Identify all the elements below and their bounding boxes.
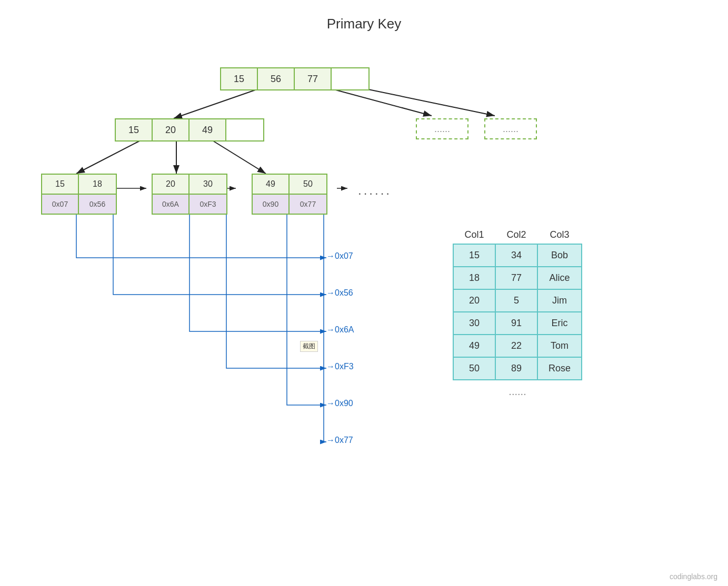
root-node: 15 56 77 xyxy=(220,67,370,90)
root-cell-3: 77 xyxy=(295,68,332,89)
leaf3-key-1: 49 xyxy=(253,175,290,194)
table-footer: ...... xyxy=(453,380,582,403)
addr-0xF3: →0xF3 xyxy=(326,362,354,371)
watermark: codinglabs.org xyxy=(670,572,717,581)
leaf2-key-1: 20 xyxy=(153,175,190,194)
table-footer-row: ...... xyxy=(453,380,582,403)
r6c1: 50 xyxy=(453,357,495,380)
data-table: Col1 Col2 Col3 15 34 Bob 18 77 Alice 20 … xyxy=(453,226,582,403)
leaf1-key-2: 18 xyxy=(79,175,116,194)
leaf-node-3: 49 50 0x90 0x77 xyxy=(252,174,327,215)
r2c1: 18 xyxy=(453,267,495,289)
r1c2: 34 xyxy=(495,244,537,267)
leaf3-addr-2: 0x77 xyxy=(290,195,326,214)
r6c2: 89 xyxy=(495,357,537,380)
r1c3: Bob xyxy=(537,244,582,267)
r3c2: 5 xyxy=(495,289,537,312)
leaf2-addr-2: 0xF3 xyxy=(190,195,226,214)
addr-0x90: →0x90 xyxy=(326,399,353,408)
level2-node: 15 20 49 xyxy=(115,118,264,142)
r5c3: Tom xyxy=(537,335,582,357)
table-row: 18 77 Alice xyxy=(453,267,582,289)
root-cell-1: 15 xyxy=(221,68,258,89)
r3c1: 20 xyxy=(453,289,495,312)
r2c3: Alice xyxy=(537,267,582,289)
r3c3: Jim xyxy=(537,289,582,312)
r1c1: 15 xyxy=(453,244,495,267)
r4c2: 91 xyxy=(495,312,537,335)
dashed-node-2: ...... xyxy=(484,118,537,139)
svg-line-1 xyxy=(334,89,432,116)
col3-header: Col3 xyxy=(537,226,582,244)
table-row: 20 5 Jim xyxy=(453,289,582,312)
table-row: 15 34 Bob xyxy=(453,244,582,267)
col2-header: Col2 xyxy=(495,226,537,244)
l2-cell-2: 20 xyxy=(153,119,190,140)
root-cell-2: 56 xyxy=(258,68,295,89)
r4c3: Eric xyxy=(537,312,582,335)
leaf-node-2: 20 30 0x6A 0xF3 xyxy=(152,174,227,215)
addr-0x56: →0x56 xyxy=(326,288,353,298)
l2-cell-3: 49 xyxy=(190,119,226,140)
table-row: 30 91 Eric xyxy=(453,312,582,335)
leaf1-addr-2: 0x56 xyxy=(79,195,116,214)
dots-middle: ...... xyxy=(358,183,392,198)
col1-header: Col1 xyxy=(453,226,495,244)
addr-0x77: →0x77 xyxy=(326,436,353,445)
leaf1-key-1: 15 xyxy=(42,175,79,194)
leaf2-key-2: 30 xyxy=(190,175,226,194)
r2c2: 77 xyxy=(495,267,537,289)
r4c1: 30 xyxy=(453,312,495,335)
l2-cell-4 xyxy=(226,119,263,140)
diagram-container: Primary Key xyxy=(0,0,728,586)
root-cell-4 xyxy=(332,68,368,89)
r5c1: 49 xyxy=(453,335,495,357)
leaf1-addr-1: 0x07 xyxy=(42,195,79,214)
leaf2-addr-1: 0x6A xyxy=(153,195,190,214)
svg-line-2 xyxy=(368,89,495,116)
table-row: 50 89 Rose xyxy=(453,357,582,380)
screenshot-label: 截图 xyxy=(300,341,318,352)
r5c2: 22 xyxy=(495,335,537,357)
svg-line-0 xyxy=(174,89,257,118)
addr-0x6A: →0x6A xyxy=(326,325,354,335)
svg-line-5 xyxy=(213,141,266,174)
r6c3: Rose xyxy=(537,357,582,380)
leaf3-addr-1: 0x90 xyxy=(253,195,290,214)
svg-line-3 xyxy=(76,141,139,174)
l2-cell-1: 15 xyxy=(116,119,153,140)
table-row: 49 22 Tom xyxy=(453,335,582,357)
leaf3-key-2: 50 xyxy=(290,175,326,194)
addr-0x07: →0x07 xyxy=(326,251,353,261)
leaf-node-1: 15 18 0x07 0x56 xyxy=(41,174,117,215)
page-title: Primary Key xyxy=(0,16,728,32)
dashed-node-1: ...... xyxy=(416,118,468,139)
